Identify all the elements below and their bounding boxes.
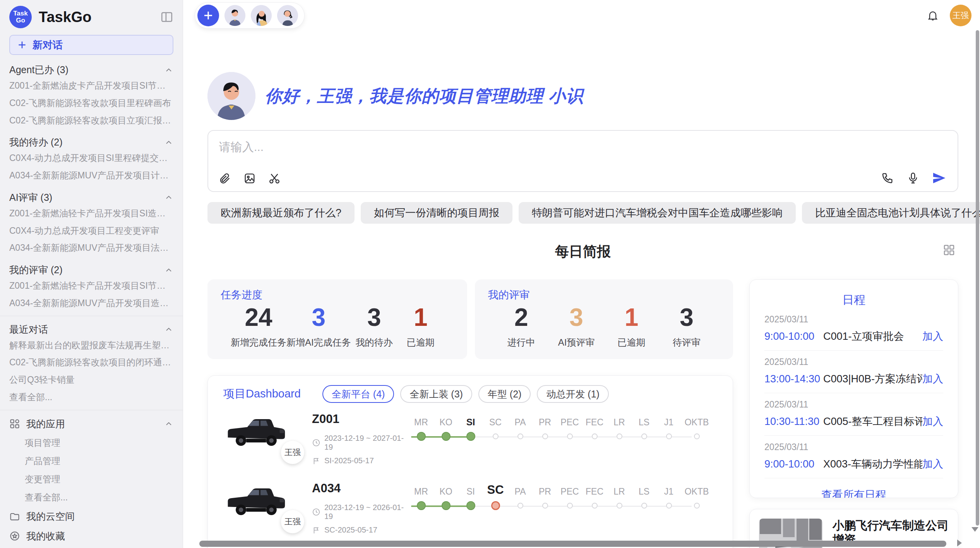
image-icon[interactable]	[243, 172, 256, 185]
briefing-header: 每日简报	[207, 242, 958, 261]
milestone-dot	[542, 503, 548, 509]
stat-label: 新增完成任务	[231, 336, 286, 349]
microphone-icon[interactable]	[906, 171, 920, 185]
notifications-bell-icon[interactable]	[927, 9, 939, 22]
section-title: Agent已办 (3)	[9, 63, 69, 76]
schedule-date: 2025/03/11	[764, 399, 943, 410]
chevron-up-icon[interactable]	[164, 265, 173, 275]
new-chat-label: 新对话	[33, 38, 63, 52]
vertical-scrollbar[interactable]	[976, 30, 979, 526]
sidebar-item[interactable]: A034-全新新能源MUV产品开发项目计划变更表编写	[9, 167, 173, 184]
avatar[interactable]	[251, 5, 272, 26]
milestone: SI	[458, 484, 483, 514]
new-chat-button[interactable]: 新对话	[9, 35, 173, 55]
collapse-sidebar-icon[interactable]	[160, 10, 173, 24]
app-item-project-mgmt[interactable]: 项目管理	[0, 434, 183, 452]
milestone: PA	[508, 484, 533, 514]
section-header[interactable]: Agent已办 (3)	[9, 63, 173, 76]
project-dashboard-card: 项目Dashboard 全新平台 (4) 全新上装 (3) 年型 (2) 动总开…	[207, 375, 733, 548]
filter-all-platform[interactable]: 全新平台 (4)	[322, 385, 394, 403]
chevron-up-icon[interactable]	[164, 419, 173, 428]
topbar-right: 王强	[927, 5, 971, 26]
layout-grid-icon[interactable]	[942, 243, 956, 257]
milestone: LS	[632, 414, 656, 445]
sidebar-item[interactable]: C02-飞腾新能源轻客改款项目里程碑画布	[9, 94, 173, 112]
scissors-icon[interactable]	[268, 172, 281, 185]
add-member-button[interactable]	[197, 5, 219, 26]
horizontal-scrollbar[interactable]	[199, 541, 946, 547]
logo-line2: Go	[16, 17, 25, 24]
phone-icon[interactable]	[881, 171, 894, 185]
cloud-folder-icon	[9, 511, 20, 522]
sidebar-item[interactable]: Z001-全新燃油轻卡产品开发项目SI节点属性5D文件评审	[9, 277, 173, 295]
suggestion-chip[interactable]: 欧洲新规最近颁布了什么?	[207, 202, 355, 224]
app-item-product-mgmt[interactable]: 产品管理	[0, 452, 183, 470]
join-link[interactable]: 加入	[922, 329, 943, 343]
stat-value: 1	[625, 303, 639, 332]
section-agent-done: Agent已办 (3) Z001-全新燃油皮卡产品开发项目SI节点Lesson …	[0, 63, 183, 129]
project-car-image: 王强	[223, 409, 287, 459]
project-row[interactable]: 王强 Z001 2023-12-19 ~ 2027-01-19	[223, 409, 717, 465]
attachment-icon[interactable]	[218, 172, 231, 185]
user-avatar[interactable]: 王强	[950, 5, 971, 26]
sidebar-item[interactable]: Z001-全新燃油轻卡产品开发项目SI造型提交物评审	[9, 205, 173, 222]
view-all-schedule-link[interactable]: 查看所有日程	[764, 478, 943, 498]
recent-chat-item[interactable]: 公司Q3轻卡销量	[9, 371, 173, 389]
join-link[interactable]: 加入	[922, 372, 943, 386]
sidebar-item[interactable]: A034-全新新能源MUV产品开发项目法规符合性评审	[9, 239, 173, 257]
logo-line1: Task	[13, 10, 28, 17]
sidebar-item[interactable]: A034-全新新能源MUV产品开发项目造型可行性评审	[9, 295, 173, 312]
chat-input[interactable]	[218, 139, 744, 153]
chevron-up-icon[interactable]	[164, 193, 173, 202]
app-item-view-all[interactable]: 查看全部...	[0, 488, 183, 507]
stat-label: 我的待办	[356, 336, 393, 349]
suggestion-chip[interactable]: 如何写一份清晰的项目周报	[361, 202, 512, 224]
project-dates: 2023-12-19 ~ 2026-01-19	[312, 503, 409, 521]
filter-new-body[interactable]: 全新上装 (3)	[400, 385, 472, 403]
join-link[interactable]: 加入	[922, 457, 943, 471]
avatar[interactable]	[277, 5, 298, 26]
scroll-down-arrow-icon[interactable]	[971, 527, 978, 532]
sidebar-item[interactable]: C0X4-动力总成开发项目工程变更评审	[9, 222, 173, 240]
chevron-up-icon[interactable]	[164, 65, 173, 75]
sidebar-divider	[0, 316, 183, 316]
chevron-up-icon[interactable]	[164, 138, 173, 147]
schedule-title: 日程	[764, 292, 943, 308]
recent-chat-item[interactable]: 解释最新出台的欧盟报废车法规再生塑料比例被调至15%...	[9, 337, 173, 354]
scroll-right-arrow-icon[interactable]	[957, 539, 962, 546]
milestone: MR	[409, 484, 433, 514]
section-header[interactable]: 最近对话	[9, 323, 173, 336]
avatar[interactable]	[224, 5, 245, 26]
suggestion-chip[interactable]: 特朗普可能对进口汽车增税会对中国车企造成哪些影响	[519, 202, 796, 224]
recent-chat-item[interactable]: C02-飞腾新能源轻客改款项目的闭环通告反馈情况	[9, 354, 173, 371]
project-name: A034	[312, 481, 409, 495]
sidebar-item-favorites[interactable]: 我的收藏	[0, 526, 183, 546]
chevron-up-icon[interactable]	[164, 325, 173, 334]
section-header[interactable]: AI评审 (3)	[9, 191, 173, 204]
sidebar-item[interactable]: C0X4-动力总成开发项目SI里程碑提交物检查	[9, 149, 173, 167]
right-column: 日程 2025/03/11 9:00-10:00 C001-立项审批会 加入 2	[749, 279, 958, 548]
send-icon[interactable]	[932, 171, 946, 185]
sidebar-item[interactable]: C02-飞腾新能源轻客改款项目立项汇报方案	[9, 112, 173, 129]
recent-view-all[interactable]: 查看全部...	[9, 389, 173, 406]
sidebar-item-cloud-space[interactable]: 我的云空间	[0, 507, 183, 526]
suggestion-chip[interactable]: 比亚迪全固态电池计划具体说了什么	[802, 202, 980, 224]
filter-powertrain[interactable]: 动总开发 (1)	[537, 385, 609, 403]
filter-year-model[interactable]: 年型 (2)	[478, 385, 531, 403]
input-tools-left	[218, 172, 281, 185]
sidebar-header: Task Go TaskGo	[0, 5, 183, 29]
app-title: TaskGo	[39, 9, 92, 26]
cloud-space-label: 我的云空间	[26, 510, 75, 523]
app-item-change-mgmt[interactable]: 变更管理	[0, 470, 183, 488]
section-header[interactable]: 我的评审 (2)	[9, 264, 173, 276]
milestone: KO	[433, 484, 458, 514]
sidebar-item-my-apps[interactable]: 我的应用	[0, 414, 183, 434]
schedule-name: C001-立项审批会	[823, 329, 922, 343]
join-link[interactable]: 加入	[922, 414, 943, 428]
milestone: MR	[409, 414, 433, 445]
project-row[interactable]: 王强 A034 2023-12-19 ~ 2026-01-19	[223, 478, 717, 534]
stat-value: 1	[414, 303, 428, 332]
sidebar-item[interactable]: Z001-全新燃油皮卡产品开发项目SI节点Lesson Learn报告	[9, 77, 173, 94]
section-header[interactable]: 我的待办 (2)	[9, 136, 173, 149]
schedule-name: X003-车辆动力学性能验...	[823, 457, 922, 471]
